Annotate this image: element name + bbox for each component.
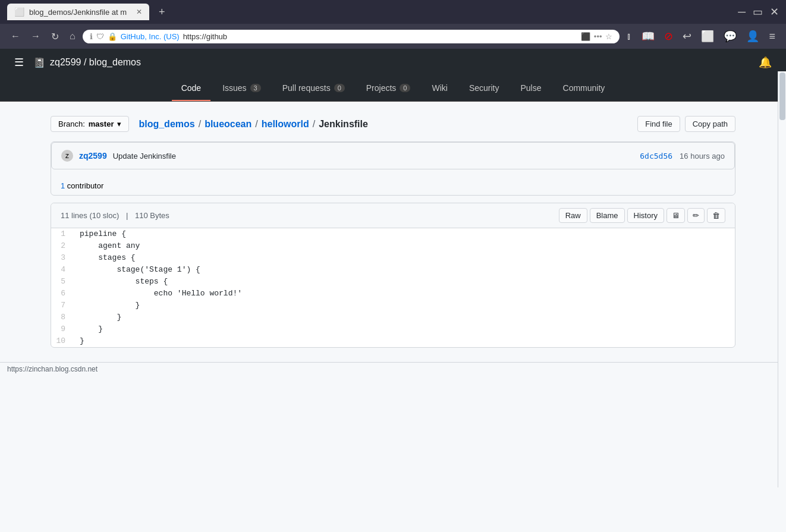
history-button[interactable]: History [627,208,664,223]
qr-icon[interactable]: ⬛ [581,32,590,41]
screenshot-icon[interactable]: ⬜ [697,27,718,45]
new-tab-button[interactable]: + [154,5,170,20]
notifications-bell[interactable]: 🔔 [759,56,772,69]
pr-badge: 0 [334,84,345,92]
repo-title-text: zq2599 / blog_demos [50,57,141,68]
reload-button[interactable]: ↻ [48,29,62,45]
table-row: 1 pipeline { [51,228,735,240]
nav-security[interactable]: Security [460,76,509,101]
branch-selector[interactable]: Branch: master ▾ [51,116,129,132]
avatar: z [61,150,73,162]
library-icon[interactable]: ⫾ [623,28,636,45]
breadcrumb-repo-link[interactable]: blog_demos [139,119,194,130]
title-bar: ⬜ blog_demos/Jenkinsfile at m ✕ + ─ ▭ ✕ [0,0,786,24]
commit-author[interactable]: zq2599 [79,151,107,160]
undo-icon[interactable]: ↩ [679,27,695,45]
repo-icon: 📓 [33,57,45,68]
table-row: 4 stage('Stage 1') { [51,264,735,276]
branch-name: master [89,119,114,128]
copy-path-button[interactable]: Copy path [685,116,735,132]
table-row: 10 } [51,335,735,347]
scrollbar-thumb[interactable] [779,73,785,120]
file-lines-info: 11 lines (10 sloc) [61,211,119,220]
commit-info-container: z zq2599 Update Jenkinsfile 6dc5d56 16 h… [51,141,735,196]
file-actions: Raw Blame History 🖥 ✏ 🗑 [559,208,725,223]
delete-button[interactable]: 🗑 [707,208,725,223]
edit-button[interactable]: ✏ [687,208,705,223]
github-nav: Code Issues 3 Pull requests 0 Projects 0… [0,76,786,102]
hamburger-menu[interactable]: ☰ [14,56,24,69]
table-row: 7 } [51,300,735,311]
browser-navbar: ← → ↻ ⌂ ℹ 🛡 🔒 GitHub, Inc. (US) https://… [0,24,786,49]
menu-icon[interactable]: ≡ [765,28,779,45]
file-viewer: 11 lines (10 sloc) | 110 Bytes Raw Blame… [51,203,735,348]
nav-code[interactable]: Code [172,76,210,101]
browser-icons-right: ⫾ 📖 ⊘ ↩ ⬜ 💬 👤 ≡ [623,27,779,45]
file-header: 11 lines (10 sloc) | 110 Bytes Raw Blame… [51,203,735,228]
line-code: echo 'Hello world!' [75,288,735,300]
line-code: agent any [75,240,735,252]
commit-right: 6dc5d56 16 hours ago [640,152,725,160]
block-icon[interactable]: ⊘ [661,27,677,45]
bookmark-icon[interactable]: ☆ [605,32,612,41]
breadcrumb-bar: Branch: master ▾ blog_demos / blueocean … [51,116,735,132]
close-button[interactable]: ✕ [770,5,779,18]
breadcrumb-path2-link[interactable]: helloworld [262,119,309,130]
tab-close-button[interactable]: ✕ [136,8,142,16]
nav-issues[interactable]: Issues 3 [213,76,271,101]
commit-message: Update Jenkinsfile [113,152,176,160]
find-file-button[interactable]: Find file [637,116,680,132]
tab-title: blog_demos/Jenkinsfile at m [29,8,127,17]
nav-wiki-label: Wiki [432,83,447,93]
url-display: https://github [183,32,227,41]
nav-pr-label: Pull requests [282,83,331,93]
back-button[interactable]: ← [7,29,24,44]
more-icon[interactable]: ••• [594,32,602,41]
commit-info: z zq2599 Update Jenkinsfile 6dc5d56 16 h… [51,142,735,169]
nav-wiki[interactable]: Wiki [422,76,457,101]
table-row: 9 } [51,323,735,335]
raw-button[interactable]: Raw [559,208,587,223]
github-header: ☰ 📓 zq2599 / blog_demos 🔔 [0,49,786,76]
nav-projects[interactable]: Projects 0 [357,76,420,101]
commit-sha[interactable]: 6dc5d56 [640,152,672,160]
nav-security-label: Security [469,83,499,93]
user-icon[interactable]: 👤 [743,27,763,45]
breadcrumb-sep-1: / [199,119,201,130]
file-divider: | [126,211,128,220]
breadcrumb-sep-2: / [255,119,257,130]
repo-title: 📓 zq2599 / blog_demos [33,57,141,68]
contributor-count[interactable]: 1 [61,181,65,190]
scrollbar[interactable] [778,71,786,376]
line-number: 4 [51,264,75,276]
reader-icon[interactable]: 📖 [638,27,658,45]
projects-badge: 0 [400,84,410,92]
nav-community[interactable]: Community [554,76,615,101]
window-controls: ─ ▭ ✕ [738,5,779,18]
forward-button[interactable]: → [27,29,44,44]
blame-button[interactable]: Blame [590,208,625,223]
minimize-button[interactable]: ─ [738,6,746,18]
table-row: 3 stages { [51,252,735,264]
line-number: 3 [51,252,75,264]
nav-issues-label: Issues [222,83,246,93]
line-number: 7 [51,300,75,311]
header-left: ☰ 📓 zq2599 / blog_demos [14,56,141,69]
display-button[interactable]: 🖥 [666,208,685,223]
branch-label: Branch: [58,119,85,128]
nav-pull-requests[interactable]: Pull requests 0 [273,76,354,101]
breadcrumb-path1-link[interactable]: blueocean [205,119,251,130]
browser-tab[interactable]: ⬜ blog_demos/Jenkinsfile at m ✕ [7,4,149,20]
address-bar[interactable]: ℹ 🛡 🔒 GitHub, Inc. (US) https://github ⬛… [83,30,620,43]
status-url: https://zinchan.blog.csdn.net [7,365,98,373]
maximize-button[interactable]: ▭ [753,5,763,18]
table-row: 8 } [51,311,735,323]
nav-pulse[interactable]: Pulse [511,76,551,101]
breadcrumb-sep-3: / [313,119,315,130]
table-row: 5 steps { [51,276,735,288]
home-button[interactable]: ⌂ [66,29,79,44]
chat-icon[interactable]: 💬 [720,27,740,45]
line-code: steps { [75,276,735,288]
breadcrumb-actions: Find file Copy path [637,116,735,132]
issues-badge: 3 [250,84,261,92]
